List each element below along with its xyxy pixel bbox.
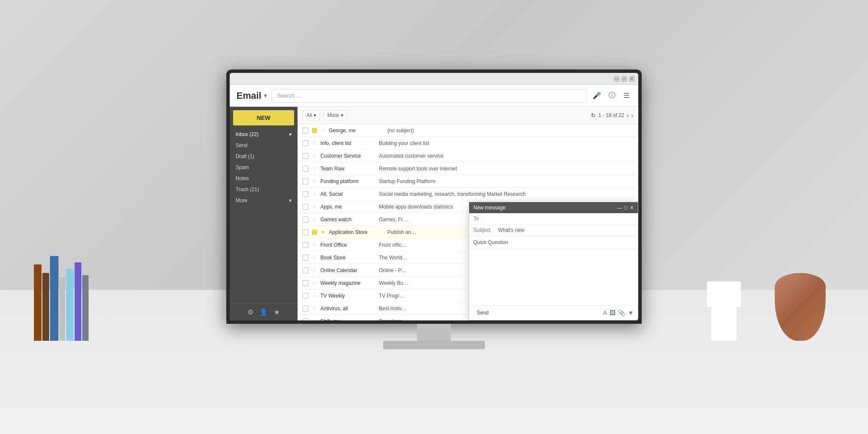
title-bar: — □ ✕ [230, 73, 638, 85]
email-sender: TV Weekly [320, 293, 376, 299]
subject-value[interactable]: What's new [498, 227, 634, 233]
email-checkbox[interactable] [303, 166, 309, 172]
sidebar-trash-label: Trash (21) [236, 186, 259, 192]
star-icon[interactable]: ☆ [312, 305, 317, 312]
email-checkbox[interactable] [303, 267, 309, 273]
app-title: Email ▾ [236, 90, 267, 101]
minimize-button[interactable]: — [614, 76, 620, 82]
sidebar-item-notes[interactable]: Notes [230, 173, 298, 184]
star-icon[interactable]: ☆ [312, 292, 317, 299]
email-row[interactable]: ☆ Funding platform Startup Funding Platf… [298, 175, 638, 188]
search-placeholder: Search … [277, 92, 302, 99]
email-sender: Weekly magazine [320, 280, 376, 286]
new-msg-maximize[interactable]: □ [624, 205, 627, 211]
app-title-text: Email [236, 90, 262, 101]
sidebar-item-draft[interactable]: Draft (1) [230, 151, 298, 162]
email-sender: Ebill, me [320, 318, 376, 321]
email-sender: Team Raw [320, 166, 376, 172]
star-icon[interactable]: ☆ [312, 267, 317, 273]
books-decoration [34, 256, 89, 341]
email-checkbox[interactable] [303, 191, 309, 197]
email-checkbox[interactable] [303, 128, 309, 134]
info-icon[interactable]: ⓘ [607, 91, 617, 101]
email-checkbox[interactable] [303, 242, 309, 248]
star-icon[interactable]: ☆ [312, 153, 317, 159]
email-checkbox[interactable] [303, 204, 309, 210]
monitor-border: — □ ✕ Email ▾ Search … 🎤 ⓘ [226, 70, 642, 324]
sidebar-send-label: Send [236, 142, 248, 148]
new-msg-minimize[interactable]: — [617, 205, 622, 211]
star-icon[interactable]: ☆ [312, 165, 317, 172]
star-icon[interactable]: ☆ [312, 140, 317, 146]
compose-area[interactable] [469, 249, 638, 305]
sidebar-spam-label: Spam [236, 164, 249, 170]
star-icon[interactable]: ★ [320, 229, 326, 235]
email-sender: All, Social [320, 191, 376, 197]
email-checkbox[interactable] [303, 318, 309, 321]
settings-icon[interactable]: ⚙ [248, 308, 253, 316]
star-icon[interactable]: ☆ [320, 127, 326, 134]
sidebar-item-trash[interactable]: Trash (21) [230, 184, 298, 195]
email-list-header: All ▾ More ▾ ↻ 1 - 18 of 22 ‹ [298, 107, 638, 124]
email-row[interactable]: ☆ Team Raw Remote support tools over int… [298, 162, 638, 175]
email-row[interactable]: ☆ George, me (no subject) [298, 124, 638, 137]
email-checkbox[interactable] [303, 293, 309, 299]
star-icon[interactable]: ☆ [312, 203, 317, 210]
filter-more-button[interactable]: More ▾ [323, 110, 347, 120]
monitor-stand [383, 341, 485, 349]
filter-all-button[interactable]: All ▾ [303, 110, 320, 120]
star-icon[interactable]: ★ [312, 318, 317, 320]
star-icon[interactable]: ☆ [312, 216, 317, 223]
filter-more-label: More [327, 112, 339, 118]
refresh-icon[interactable]: ↻ [591, 112, 596, 119]
star-icon[interactable]: ☆ [312, 254, 317, 261]
sidebar: NEW Inbox (22) ▾ Send Draft (1) Spam [230, 107, 298, 320]
email-sender: Online Calendar [320, 267, 376, 273]
email-sender: Games watch [320, 217, 376, 223]
mic-icon[interactable]: 🎤 [592, 91, 602, 101]
email-subject: Building your client list [379, 140, 633, 146]
email-checkbox[interactable] [303, 140, 309, 146]
sidebar-item-more[interactable]: More ▾ [230, 195, 298, 206]
sidebar-draft-label: Draft (1) [236, 153, 254, 159]
email-checkbox[interactable] [303, 217, 309, 223]
sidebar-item-send[interactable]: Send [230, 140, 298, 151]
email-checkbox[interactable] [303, 306, 309, 312]
pagination-next[interactable]: › [631, 112, 633, 119]
send-button[interactable]: Send [473, 308, 492, 317]
new-message-controls: — □ ✕ [617, 205, 634, 211]
email-subject: (no subject) [387, 128, 633, 134]
text-format-icon[interactable]: A [603, 309, 607, 316]
star-icon[interactable]: ☆ [312, 242, 317, 248]
contacts-icon[interactable]: 👤 [259, 308, 268, 316]
email-checkbox[interactable] [303, 255, 309, 261]
new-msg-close[interactable]: ✕ [630, 205, 634, 211]
star-icon[interactable]: ☆ [312, 191, 317, 197]
email-checkbox[interactable] [303, 178, 309, 184]
email-row[interactable]: ☆ All, Social Social media marketing, re… [298, 188, 638, 200]
new-email-button[interactable]: NEW [233, 110, 294, 125]
maximize-button[interactable]: □ [621, 76, 627, 82]
email-sender: Front Office [320, 242, 376, 248]
email-row[interactable]: ☆ Info, client list Building your client… [298, 137, 638, 150]
more-options-icon[interactable]: ▼ [628, 309, 634, 316]
star-icon[interactable]: ☆ [312, 178, 317, 184]
title-dropdown-arrow[interactable]: ▾ [264, 93, 267, 99]
pagination-prev[interactable]: ‹ [627, 112, 629, 119]
star-icon[interactable]: ☆ [312, 280, 317, 286]
image-icon[interactable]: 🖼 [609, 309, 615, 316]
email-checkbox[interactable] [303, 229, 309, 235]
close-button[interactable]: ✕ [629, 76, 635, 82]
search-bar[interactable]: Search … [272, 89, 587, 103]
sidebar-item-spam[interactable]: Spam [230, 162, 298, 173]
subject-field: Subject What's new [469, 225, 638, 236]
menu-icon[interactable]: ☰ [621, 91, 632, 101]
email-sender: Apps, me [320, 204, 376, 210]
email-checkbox[interactable] [303, 280, 309, 286]
email-row[interactable]: ☆ Customer Service Automated customer se… [298, 150, 638, 162]
attach-icon[interactable]: 📎 [618, 309, 625, 316]
email-subject: Remote support tools over internet [379, 166, 633, 172]
sidebar-item-inbox[interactable]: Inbox (22) ▾ [230, 129, 298, 140]
favorites-icon[interactable]: ★ [274, 308, 280, 316]
email-checkbox[interactable] [303, 153, 309, 159]
